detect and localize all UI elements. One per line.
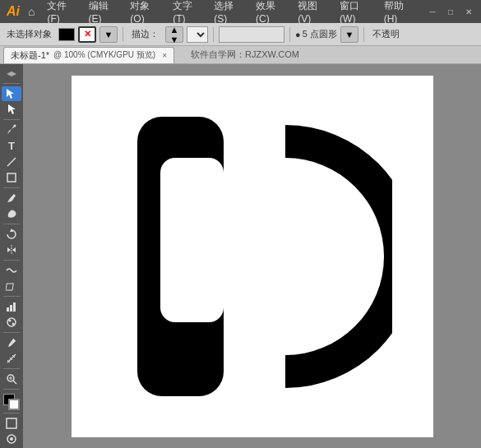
rotate-tool-btn[interactable] [2,227,21,242]
tool-sep-6 [3,332,20,333]
opacity-label: 不透明 [369,28,403,40]
separator-2 [213,27,214,42]
maximize-button[interactable]: □ [443,4,458,19]
tool-sep-7 [3,368,20,369]
svg-rect-4 [7,173,16,182]
fill-stroke-boxes[interactable] [2,392,21,409]
fill-color-box[interactable] [58,28,75,41]
menu-select[interactable]: 选择(S) [208,0,248,26]
tool-sep-3 [3,224,20,224]
blob-brush-btn[interactable] [2,206,21,221]
menu-view[interactable]: 视图(V) [292,0,332,26]
zoom-tool-btn[interactable] [2,372,21,386]
svg-rect-12 [13,303,16,312]
draw-inside-btn[interactable] [2,432,21,446]
direct-selection-tool-btn[interactable] [2,102,21,117]
tab-close-btn[interactable]: × [162,51,167,60]
tool-sep-5 [3,296,20,297]
tool-sep-1 [3,119,20,120]
menu-file[interactable]: 文件(F) [41,0,81,26]
svg-rect-29 [160,158,224,322]
separator-1 [123,27,123,42]
toolbar-collapse[interactable]: ◀▶ [2,66,21,81]
menu-text[interactable]: 文字(T) [167,0,206,26]
svg-point-27 [10,437,13,441]
graph-tool-btn[interactable] [2,299,21,314]
tool-sep-8 [3,389,20,390]
canvas-area [23,64,481,448]
menu-effect[interactable]: 效果(C) [250,0,290,26]
svg-rect-11 [10,305,12,312]
change-screen-mode[interactable] [2,416,21,431]
ai-logo: Ai [5,4,21,19]
main-area: ◀▶ T [0,64,481,448]
menu-window[interactable]: 窗口(W) [334,0,377,26]
svg-rect-9 [6,284,13,290]
eyedropper-tool-btn[interactable] [2,335,21,350]
width-tool-btn[interactable] [2,263,21,278]
close-button[interactable]: ✕ [461,4,476,19]
tool-sep-4 [3,260,20,261]
svg-point-13 [7,318,16,326]
paintbrush-tool-btn[interactable] [2,191,21,206]
menu-bar: 文件(F) 编辑(E) 对象(O) 文字(T) 选择(S) 效果(C) 视图(V… [41,0,419,26]
stroke-weight-down[interactable]: ▲▼ [165,26,183,43]
options-bar: 未选择对象 ✕ ▼ 描边： ▲▼ ● 5 点圆形 ▼ 不透明 [0,23,481,46]
tab-info: @ 100% (CMYK/GPU 预览) [53,49,155,61]
window-controls: ─ □ ✕ [425,4,476,19]
type-tool-btn[interactable]: T [2,138,21,153]
point-circle-badge: ● 5 点圆形 [295,28,337,40]
menu-edit[interactable]: 编辑(E) [83,0,123,26]
svg-marker-7 [7,247,11,252]
pen-tool-btn[interactable] [2,122,21,137]
tool-sep-2 [3,187,20,188]
tool-sep-0 [3,83,20,84]
reflect-tool-btn[interactable] [2,242,21,257]
svg-rect-10 [7,307,9,312]
menu-object[interactable]: 对象(O) [124,0,165,26]
stroke-type-select[interactable] [187,26,208,43]
minimize-button[interactable]: ─ [425,4,440,19]
svg-rect-25 [7,418,16,428]
stroke-label: 描边： [128,28,162,40]
left-toolbar: ◀▶ T [0,64,23,448]
color-input[interactable] [219,26,284,43]
svg-line-22 [13,381,16,384]
watermark: 软件自学网：RJZXW.COM [191,48,299,61]
selection-tool-btn[interactable] [2,86,21,101]
tab-title: 未标题-1* [11,49,49,62]
tool-sep-9 [3,413,20,413]
stroke-icon-btn[interactable]: ✕ [78,26,96,43]
no-selection-label: 未选择对象 [3,28,55,40]
canvas [72,76,433,437]
point-icon: ● [295,30,301,39]
shape-tool-btn[interactable] [2,170,21,185]
separator-3 [289,27,290,42]
tab-bar: 未标题-1* @ 100% (CMYK/GPU 预览) × 软件自学网：RJZX… [0,46,481,64]
svg-line-3 [7,158,16,166]
stroke-style-btn[interactable]: ▼ [99,26,118,43]
measure-tool-btn[interactable] [2,351,21,366]
point-dropdown[interactable]: ▼ [340,26,358,43]
line-tool-btn[interactable] [2,154,21,169]
svg-point-15 [12,323,15,326]
home-icon[interactable]: ⌂ [28,5,35,18]
svg-point-2 [14,125,16,127]
document-tab[interactable]: 未标题-1* @ 100% (CMYK/GPU 预览) × [3,47,174,63]
svg-point-14 [9,320,12,322]
free-transform-btn[interactable] [2,279,21,293]
svg-marker-8 [12,247,16,252]
artwork-svg [113,100,392,413]
menu-help[interactable]: 帮助(H) [378,0,419,26]
title-bar: Ai ⌂ 文件(F) 编辑(E) 对象(O) 文字(T) 选择(S) 效果(C)… [0,0,481,23]
svg-marker-0 [7,89,14,99]
svg-marker-1 [8,104,16,114]
symbol-tool-btn[interactable] [2,315,21,330]
separator-4 [363,27,364,42]
